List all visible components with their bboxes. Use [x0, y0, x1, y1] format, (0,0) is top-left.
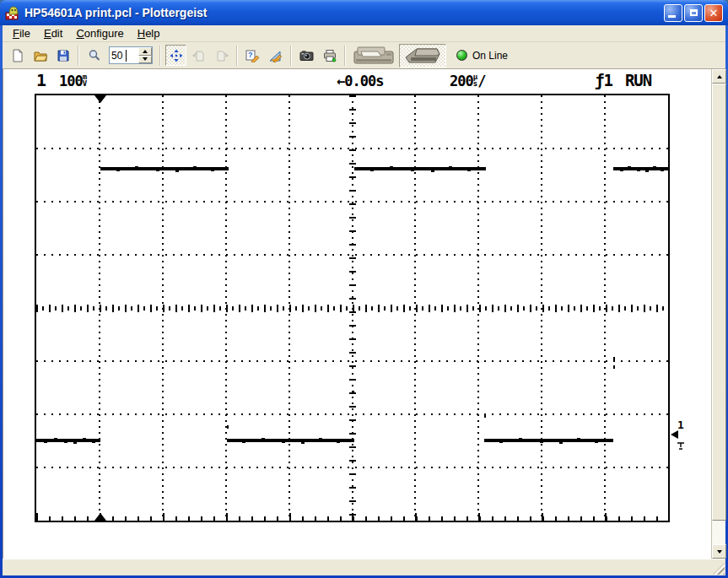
spk [499, 441, 503, 443]
online-status: On Line [456, 50, 508, 62]
snapshot-button[interactable] [296, 45, 317, 66]
new-document-button[interactable] [7, 45, 28, 66]
open-folder-icon [34, 49, 47, 62]
ruler-pencil-icon [268, 49, 283, 62]
toolbar-separator [236, 46, 238, 66]
zoom-level-input[interactable] [110, 48, 138, 62]
spin-down-button[interactable] [138, 56, 152, 64]
spk [135, 166, 138, 168]
save-file-button[interactable] [52, 45, 73, 66]
spk [54, 438, 57, 440]
spk [595, 441, 598, 443]
seg [100, 167, 229, 170]
page-settings-icon: ? [245, 49, 260, 62]
spk [559, 442, 563, 444]
toolbar-separator [344, 46, 346, 66]
title-bar: HP54601A print.pcl - Plottergeist ✕ [0, 0, 728, 25]
zoom-level-spinner [109, 46, 153, 64]
next-page-icon [215, 49, 229, 62]
zoom-button[interactable] [84, 45, 105, 66]
online-label: On Line [472, 50, 508, 62]
plotter-printer-select-button[interactable] [399, 44, 446, 68]
toolbar-separator [290, 46, 292, 66]
online-led-icon [456, 50, 467, 61]
laser-printer-select-button[interactable] [350, 44, 397, 68]
open-file-button[interactable] [30, 45, 51, 66]
spk [242, 441, 245, 443]
scrollbar-thumb[interactable] [712, 84, 726, 521]
print-button[interactable] [319, 45, 340, 66]
tick [94, 95, 106, 103]
vertical-scale: 100mV [59, 73, 87, 89]
scroll-up-arrow-icon [717, 75, 722, 78]
ground-marker-arrow-icon [671, 430, 678, 439]
spk [411, 170, 414, 171]
previous-page-icon [192, 49, 206, 62]
spk [449, 166, 452, 168]
spk [390, 166, 393, 168]
resize-grip[interactable] [713, 563, 725, 575]
run-mode: RUN [625, 71, 651, 89]
menu-configure[interactable]: Configure [69, 26, 130, 41]
menu-file[interactable]: File [6, 26, 37, 41]
measure-settings-button[interactable] [265, 45, 286, 66]
vertical-scrollbar[interactable] [711, 69, 725, 559]
magnifier-icon [88, 49, 101, 62]
trigger-readout: ƒ1 RUN [595, 71, 651, 89]
spk [370, 170, 374, 171]
delay-readout: ←0.00s [337, 73, 383, 89]
art [227, 425, 229, 429]
spk [175, 170, 179, 172]
axpart [36, 305, 668, 312]
spk [337, 441, 340, 443]
maximize-button[interactable] [684, 4, 703, 22]
spk [301, 442, 305, 444]
text-caret [126, 50, 127, 62]
spk [92, 441, 95, 443]
document-view: 1 100mV ←0.00s 200µs/ ƒ1 RUN 1 [3, 69, 725, 559]
spk [319, 438, 322, 440]
scroll-up-button[interactable] [712, 69, 726, 84]
save-floppy-icon [57, 49, 70, 62]
art [613, 365, 615, 369]
plotter-printer-icon [403, 46, 442, 65]
page-settings-button[interactable]: ? [242, 45, 263, 66]
spk [156, 170, 159, 171]
menu-help[interactable]: Help [131, 26, 167, 41]
spk [282, 441, 285, 443]
spk [540, 441, 543, 443]
close-button[interactable]: ✕ [704, 4, 723, 22]
art [353, 391, 354, 394]
scroll-down-button[interactable] [712, 544, 726, 559]
spk [193, 166, 197, 168]
spk [628, 166, 631, 168]
spk [637, 170, 640, 171]
new-document-icon [11, 49, 24, 62]
spk [44, 441, 47, 443]
minimize-button[interactable] [664, 4, 682, 22]
spk [431, 170, 434, 172]
seg [484, 439, 613, 442]
toolbar-separator [159, 46, 161, 66]
ground-marker-channel: 1 [677, 419, 684, 431]
previous-page-button [188, 45, 209, 66]
laser-printer-icon [353, 46, 395, 66]
spk [653, 166, 656, 168]
fit-arrows-icon [170, 49, 183, 62]
art [613, 357, 615, 360]
seg [227, 439, 354, 442]
channel-label: 1 [36, 70, 46, 90]
spk [577, 438, 580, 440]
toolbar-separator [78, 46, 79, 66]
toolbar: ? [3, 42, 725, 69]
menu-edit[interactable]: Edit [37, 26, 69, 41]
ground-symbol-icon [677, 439, 685, 455]
camera-icon [299, 49, 314, 62]
fit-to-window-button[interactable] [165, 45, 186, 66]
spk [116, 170, 120, 171]
seg [354, 167, 487, 170]
status-bar [3, 559, 725, 575]
spk [519, 438, 522, 440]
spin-up-button[interactable] [138, 47, 152, 56]
oscilloscope-printout: 1 100mV ←0.00s 200µs/ ƒ1 RUN 1 [3, 69, 712, 559]
